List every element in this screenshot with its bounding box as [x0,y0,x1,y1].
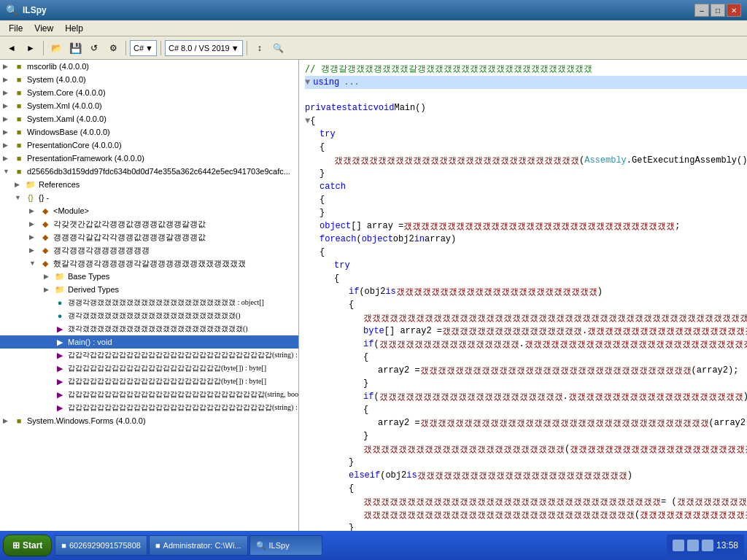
expand-icon: ▶ [3,102,13,109]
settings-button[interactable]: ⚙ [104,39,122,57]
menu-view[interactable]: View [28,22,59,35]
taskbar-item-cmd[interactable]: ■ 6026929091575808 [55,535,147,556]
admin-icon: ■ [155,541,160,550]
tree-item-references[interactable]: ▶ 📁 References [0,178,298,191]
using-keyword: using [313,77,339,89]
tree-item-systemxaml[interactable]: ▶ ■ System.Xaml (4.0.0.0) [0,112,298,125]
start-button[interactable]: ⊞ Start [3,534,52,556]
code-line-foreach: foreach ( object obj2 in array) [305,233,747,246]
tree-item-presentationfw[interactable]: ▶ ■ PresentationFramework (4.0.0.0) [0,152,298,165]
tree-label: d25656db3d159dd97fdc634b0d0d74e355a362c6… [27,167,290,176]
tree-item-method5[interactable]: ▶ 갑갑갑갑갑갑갑갑갑갑갑갑갑갑갑갑갑갑갑갑갑(byte[]) : byte[] [0,375,298,388]
tree-item-cls1[interactable]: ▶ ◆ 각갖갯간갑값각갱갱값갱갱갱값갱갱갈갱값 [0,217,298,230]
tree-item-field2[interactable]: ● 갱각갰갰갰갰갰갰갰갰갰갰갰갰갰갰갰갰갰갰갰갰갰() [0,309,298,322]
forward-button[interactable]: ► [22,39,39,57]
taskbar-items: ■ 6026929091575808 ■ Administrator: C:\W… [55,535,664,556]
close-button[interactable]: ✕ [727,4,741,17]
tree-item-cls3[interactable]: ▶ ◆ 갱각갱갱각갱갱갱갱갱갱갱 [0,244,298,257]
tree-item-d25656[interactable]: ▼ ■ d25656db3d159dd97fdc634b0d0d74e355a3… [0,165,298,178]
lang-dropdown-icon: ▼ [145,44,153,52]
lang-label: C# [133,44,144,52]
app-icon: 🔍 [6,4,18,16]
menu-file[interactable]: File [3,22,28,35]
tree-item-cls2[interactable]: ▶ ◆ 갱갱갱각갈갑각각갱갱값갱갱갱갈갱갱갱값 [0,230,298,244]
tree-item-presentationcore[interactable]: ▶ ■ PresentationCore (4.0.0.0) [0,139,298,152]
tree-label: System.Core (4.0.0.0) [27,88,106,97]
left-panel: ▶ ■ mscorlib (4.0.0.0) ▶ ■ System (4.0.0… [0,60,299,531]
tree-item-method1[interactable]: ▶ 갰각갰갰갰갰갰갰갰갰갰갰갰갰갰갰갰갰갰갰갰갰갰갰() [0,322,298,335]
tree-item-method7[interactable]: ▶ 갑갑갑갑갑갑갑갑갑갑갑갑갑갑갑갑갑갑갑갑갑갑갑갑갑갑갑갑(string) :… [0,401,298,414]
code-line-try-open: { [305,141,747,155]
tree-label: System.Xml (4.0.0.0) [27,101,102,110]
method-icon: ▶ [54,323,66,335]
code-line-if2-open: { [305,351,747,365]
tree-item-mscorlib[interactable]: ▶ ■ mscorlib (4.0.0.0) [0,60,298,73]
code-line-catch-close: } [305,207,747,220]
code-line-if1: if (obj2 is 갰갰갰갰갰갰갰갰갰갰갰갰갰갰갰갰갰갰갰갰갰갰갰 ) [305,286,747,299]
code-line-if1-open: { [305,299,747,312]
tree-item-field1[interactable]: ● 갱갱각갱갰갰갰갰갰갰갰갰갰갰갰갰갰갰갰갰갰갰갰 : object[] [0,296,298,309]
tree-item-systemxml[interactable]: ▶ ■ System.Xml (4.0.0.0) [0,99,298,112]
code-line-bytearray: byte [] array2 = 갰갰갰갰갰갰갰갰갰갰갰갰갰갰갰갰 . 갰갰갰갰… [305,325,747,338]
expand-icon: ▼ [3,168,13,175]
tree-item-derivedtypes[interactable]: ▶ 📁 Derived Types [0,283,298,296]
taskbar-label: Administrator: C:\Wi... [163,541,241,550]
taskbar-item-ilspy[interactable]: 🔍 ILSpy [249,535,322,556]
tree-item-syswinforms[interactable]: ▶ ■ System.Windows.Forms (4.0.0.0) [0,414,298,427]
class-icon: ◆ [39,257,51,269]
refresh-button[interactable]: ↺ [85,39,103,57]
expand-icon: ▶ [15,181,25,188]
field-icon: ● [54,297,66,308]
version-label: C# 8.0 / VS 2019 [169,44,230,52]
code-line-if3-open: { [305,404,747,417]
expand-icon: ▶ [3,89,13,96]
back-button[interactable]: ◄ [3,39,20,57]
tree-item-basetypes[interactable]: ▶ 📁 Base Types [0,270,298,283]
code-line-foreach-open: { [305,246,747,260]
code-line-if2: if ( 갰갰갰갰갰갰갰갰갰갰갰갰갰갰갰갰 . 갰갰갰갰갰갰갰갰갰갰갰갰갰갰갰갰… [305,338,747,351]
tree-label: References [39,180,80,189]
find-button[interactable]: 🔍 [270,39,287,57]
maximize-button[interactable]: □ [711,4,725,17]
expand-icon: ▶ [3,155,13,162]
save-button[interactable]: 💾 [66,39,84,57]
language-dropdown[interactable]: C# ▼ [130,40,157,56]
tree-item-ns1[interactable]: ▼ {} {} - [0,191,298,204]
expand-icon: ▶ [3,141,13,149]
tree-item-method3[interactable]: ▶ 갑갑각갑갑갑갑갑갑갑갑갑갑갑갑갑갑갑갑갑갑갑갑갑갑갑갑갑(string) :… [0,349,298,362]
code-area: // 갱갱갈갱갰갰갱갰갰갰갈갱갰갰갰갰갰갰갰갰갰갰갰갰갰갰갰갰갰갰갰 ▼ usi… [299,60,747,531]
tree-label: 갑갑갑갑갑갑갑갑갑갑갑갑갑갑갑갑갑갑갑갑갑(byte[]) : byte[] [68,376,266,386]
expand-icon: ▶ [44,286,54,293]
tree-item-module[interactable]: ▶ ◆ <Module> [0,204,298,217]
open-button[interactable]: 📂 [47,39,65,57]
tree-label: mscorlib (4.0.0.0) [27,62,89,71]
version-dropdown[interactable]: C# 8.0 / VS 2019 ▼ [165,40,243,56]
collapse-btn[interactable]: ▼ [305,77,310,89]
tree-label: {} - [39,193,49,202]
tree-label: Base Types [68,272,109,281]
tree-item-method4[interactable]: ▶ 갑갑갑갑갑갑갑갑갑갑갑갑갑갑갑갑갑갑갑갑갑(byte[]) : byte[] [0,362,298,375]
minimize-button[interactable]: – [694,4,709,17]
tree-item-method6[interactable]: ▶ 갑갑갑갑갑갑갑갑갑갑갑갑갑갑갑갑갑갑갑갑갑갑갑갑갑갑갑(string, bo… [0,388,298,401]
code-line-try2: try [305,260,747,273]
menu-help[interactable]: Help [59,22,89,35]
taskbar-item-admin[interactable]: ■ Administrator: C:\Wi... [149,535,248,556]
tree-label: System.Xaml (4.0.0.0) [27,114,107,123]
tree-item-windowsbase[interactable]: ▶ ■ WindowsBase (4.0.0.0) [0,125,298,139]
code-line-elseif1-open: { [305,483,747,496]
code-line-try1: try [305,128,747,141]
tree-item-system[interactable]: ▶ ■ System (4.0.0.0) [0,73,298,86]
expand-icon: ▶ [3,115,13,122]
code-line-elseif1-close: } [305,522,747,531]
titlebar: 🔍 ILSpy – □ ✕ [0,0,747,20]
tree-item-systemcore[interactable]: ▶ ■ System.Core (4.0.0.0) [0,86,298,99]
sort-button[interactable]: ↕ [251,39,268,57]
assembly-icon: ■ [13,113,25,125]
tree-item-main[interactable]: ▶ Main() : void [0,335,298,349]
expand-icon: ▶ [29,207,39,214]
code-line-array2-1: array2 = 갰갰갰갰갰갰갰갰갰갰갰갰갰갰갰갰갰갰갰갰갰갰갰갰갰갰갰갰갰갰갰… [305,365,747,378]
tree-item-cls4[interactable]: ▼ ◆ 했갈각갱갱각갱갱갱갱각갈갱갱갱갱갰갱갰갰갱갰갰갰 [0,257,298,270]
code-line-open-brace: ▼ { [305,115,747,128]
titlebar-left: 🔍 ILSpy [6,4,47,16]
code-line-loadresource: 갰갰갰갰갰갰갰갰갰갰갰갰갰갰갰갰갰갰갰갰갰갰갰갰갰갰갰갰갰갰갰 ( 갰갰갰갰갰갰… [305,509,747,522]
